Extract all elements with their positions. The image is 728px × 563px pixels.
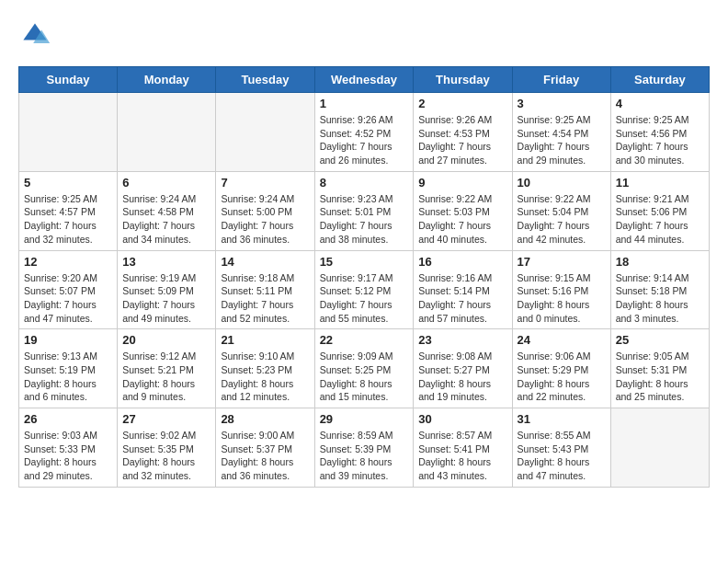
day-number: 18 — [616, 255, 704, 269]
day-number: 22 — [320, 333, 409, 347]
day-number: 31 — [518, 412, 606, 426]
day-info: Sunrise: 9:25 AM Sunset: 4:56 PM Dayligh… — [616, 113, 704, 167]
calendar-cell: 18Sunrise: 9:14 AM Sunset: 5:18 PM Dayli… — [610, 250, 709, 329]
page-header — [18, 18, 710, 52]
calendar-cell: 4Sunrise: 9:25 AM Sunset: 4:56 PM Daylig… — [610, 93, 709, 172]
calendar-cell: 19Sunrise: 9:13 AM Sunset: 5:19 PM Dayli… — [19, 329, 118, 408]
calendar-cell: 7Sunrise: 9:24 AM Sunset: 5:00 PM Daylig… — [216, 171, 314, 250]
day-info: Sunrise: 9:26 AM Sunset: 4:53 PM Dayligh… — [418, 113, 506, 167]
day-number: 3 — [518, 97, 606, 110]
day-info: Sunrise: 9:14 AM Sunset: 5:18 PM Dayligh… — [616, 271, 704, 326]
day-info: Sunrise: 9:12 AM Sunset: 5:21 PM Dayligh… — [122, 350, 210, 404]
day-number: 15 — [320, 255, 409, 269]
day-number: 29 — [320, 412, 409, 426]
weekday-header-thursday: Thursday — [414, 67, 512, 93]
weekday-header-tuesday: Tuesday — [216, 67, 314, 93]
day-info: Sunrise: 9:13 AM Sunset: 5:19 PM Dayligh… — [24, 350, 112, 404]
day-info: Sunrise: 8:55 AM Sunset: 5:43 PM Dayligh… — [518, 429, 606, 483]
day-info: Sunrise: 9:24 AM Sunset: 4:58 PM Dayligh… — [122, 192, 210, 247]
calendar-cell: 20Sunrise: 9:12 AM Sunset: 5:21 PM Dayli… — [118, 329, 216, 408]
weekday-row: SundayMondayTuesdayWednesdayThursdayFrid… — [19, 67, 710, 93]
calendar-cell — [610, 408, 709, 488]
calendar-cell: 16Sunrise: 9:16 AM Sunset: 5:14 PM Dayli… — [414, 250, 512, 329]
calendar-cell: 29Sunrise: 8:59 AM Sunset: 5:39 PM Dayli… — [314, 408, 414, 488]
day-number: 8 — [320, 176, 409, 190]
calendar-cell: 10Sunrise: 9:22 AM Sunset: 5:04 PM Dayli… — [512, 171, 610, 250]
day-number: 30 — [418, 412, 506, 426]
day-number: 27 — [122, 412, 210, 426]
weekday-header-wednesday: Wednesday — [314, 67, 414, 93]
calendar-cell: 31Sunrise: 8:55 AM Sunset: 5:43 PM Dayli… — [512, 408, 610, 488]
day-info: Sunrise: 8:57 AM Sunset: 5:41 PM Dayligh… — [418, 429, 506, 483]
day-info: Sunrise: 9:23 AM Sunset: 5:01 PM Dayligh… — [320, 192, 409, 247]
weekday-header-sunday: Sunday — [19, 67, 118, 93]
logo — [18, 18, 55, 52]
calendar-cell: 22Sunrise: 9:09 AM Sunset: 5:25 PM Dayli… — [314, 329, 414, 408]
day-number: 7 — [221, 176, 309, 190]
calendar-cell: 15Sunrise: 9:17 AM Sunset: 5:12 PM Dayli… — [314, 250, 414, 329]
calendar-cell: 30Sunrise: 8:57 AM Sunset: 5:41 PM Dayli… — [414, 408, 512, 488]
day-number: 10 — [518, 176, 606, 190]
calendar-cell: 5Sunrise: 9:25 AM Sunset: 4:57 PM Daylig… — [19, 171, 118, 250]
logo-icon — [18, 18, 51, 52]
calendar-cell: 21Sunrise: 9:10 AM Sunset: 5:23 PM Dayli… — [216, 329, 314, 408]
calendar-cell: 26Sunrise: 9:03 AM Sunset: 5:33 PM Dayli… — [19, 408, 118, 488]
calendar-cell: 14Sunrise: 9:18 AM Sunset: 5:11 PM Dayli… — [216, 250, 314, 329]
calendar-cell: 11Sunrise: 9:21 AM Sunset: 5:06 PM Dayli… — [610, 171, 709, 250]
day-number: 23 — [418, 333, 506, 347]
week-row-3: 12Sunrise: 9:20 AM Sunset: 5:07 PM Dayli… — [19, 250, 710, 329]
day-info: Sunrise: 9:20 AM Sunset: 5:07 PM Dayligh… — [24, 271, 112, 326]
calendar-cell: 27Sunrise: 9:02 AM Sunset: 5:35 PM Dayli… — [118, 408, 216, 488]
calendar-cell: 12Sunrise: 9:20 AM Sunset: 5:07 PM Dayli… — [19, 250, 118, 329]
day-info: Sunrise: 9:22 AM Sunset: 5:04 PM Dayligh… — [518, 192, 606, 247]
day-info: Sunrise: 9:22 AM Sunset: 5:03 PM Dayligh… — [418, 192, 506, 247]
day-number: 12 — [24, 255, 112, 269]
calendar-cell: 24Sunrise: 9:06 AM Sunset: 5:29 PM Dayli… — [512, 329, 610, 408]
day-number: 28 — [221, 412, 309, 426]
week-row-1: 1Sunrise: 9:26 AM Sunset: 4:52 PM Daylig… — [19, 93, 710, 172]
day-number: 17 — [518, 255, 606, 269]
calendar-cell: 2Sunrise: 9:26 AM Sunset: 4:53 PM Daylig… — [414, 93, 512, 172]
day-info: Sunrise: 8:59 AM Sunset: 5:39 PM Dayligh… — [320, 429, 409, 483]
day-info: Sunrise: 9:00 AM Sunset: 5:37 PM Dayligh… — [221, 429, 309, 483]
calendar-cell: 6Sunrise: 9:24 AM Sunset: 4:58 PM Daylig… — [118, 171, 216, 250]
day-info: Sunrise: 9:18 AM Sunset: 5:11 PM Dayligh… — [221, 271, 309, 326]
day-info: Sunrise: 9:19 AM Sunset: 5:09 PM Dayligh… — [122, 271, 210, 326]
day-number: 4 — [616, 97, 704, 110]
calendar-cell — [19, 93, 118, 172]
calendar-cell: 23Sunrise: 9:08 AM Sunset: 5:27 PM Dayli… — [414, 329, 512, 408]
day-info: Sunrise: 9:06 AM Sunset: 5:29 PM Dayligh… — [518, 350, 606, 404]
day-info: Sunrise: 9:05 AM Sunset: 5:31 PM Dayligh… — [616, 350, 704, 404]
day-number: 9 — [418, 176, 506, 190]
day-number: 21 — [221, 333, 309, 347]
weekday-header-friday: Friday — [512, 67, 610, 93]
week-row-4: 19Sunrise: 9:13 AM Sunset: 5:19 PM Dayli… — [19, 329, 710, 408]
day-number: 26 — [24, 412, 112, 426]
day-info: Sunrise: 9:03 AM Sunset: 5:33 PM Dayligh… — [24, 429, 112, 483]
calendar-cell — [216, 93, 314, 172]
day-info: Sunrise: 9:17 AM Sunset: 5:12 PM Dayligh… — [320, 271, 409, 326]
calendar-table: SundayMondayTuesdayWednesdayThursdayFrid… — [18, 66, 710, 488]
weekday-header-saturday: Saturday — [610, 67, 709, 93]
calendar-cell: 13Sunrise: 9:19 AM Sunset: 5:09 PM Dayli… — [118, 250, 216, 329]
day-info: Sunrise: 9:24 AM Sunset: 5:00 PM Dayligh… — [221, 192, 309, 247]
day-info: Sunrise: 9:10 AM Sunset: 5:23 PM Dayligh… — [221, 350, 309, 404]
calendar-cell: 28Sunrise: 9:00 AM Sunset: 5:37 PM Dayli… — [216, 408, 314, 488]
day-info: Sunrise: 9:02 AM Sunset: 5:35 PM Dayligh… — [122, 429, 210, 483]
day-info: Sunrise: 9:16 AM Sunset: 5:14 PM Dayligh… — [418, 271, 506, 326]
day-info: Sunrise: 9:15 AM Sunset: 5:16 PM Dayligh… — [518, 271, 606, 326]
calendar-cell — [118, 93, 216, 172]
calendar-cell: 8Sunrise: 9:23 AM Sunset: 5:01 PM Daylig… — [314, 171, 414, 250]
day-number: 5 — [24, 176, 112, 190]
week-row-5: 26Sunrise: 9:03 AM Sunset: 5:33 PM Dayli… — [19, 408, 710, 488]
calendar-body: 1Sunrise: 9:26 AM Sunset: 4:52 PM Daylig… — [19, 93, 710, 488]
day-number: 14 — [221, 255, 309, 269]
day-number: 2 — [418, 97, 506, 110]
day-info: Sunrise: 9:26 AM Sunset: 4:52 PM Dayligh… — [320, 113, 409, 167]
week-row-2: 5Sunrise: 9:25 AM Sunset: 4:57 PM Daylig… — [19, 171, 710, 250]
day-info: Sunrise: 9:21 AM Sunset: 5:06 PM Dayligh… — [616, 192, 704, 247]
day-info: Sunrise: 9:25 AM Sunset: 4:57 PM Dayligh… — [24, 192, 112, 247]
day-number: 11 — [616, 176, 704, 190]
calendar-cell: 25Sunrise: 9:05 AM Sunset: 5:31 PM Dayli… — [610, 329, 709, 408]
day-number: 6 — [122, 176, 210, 190]
